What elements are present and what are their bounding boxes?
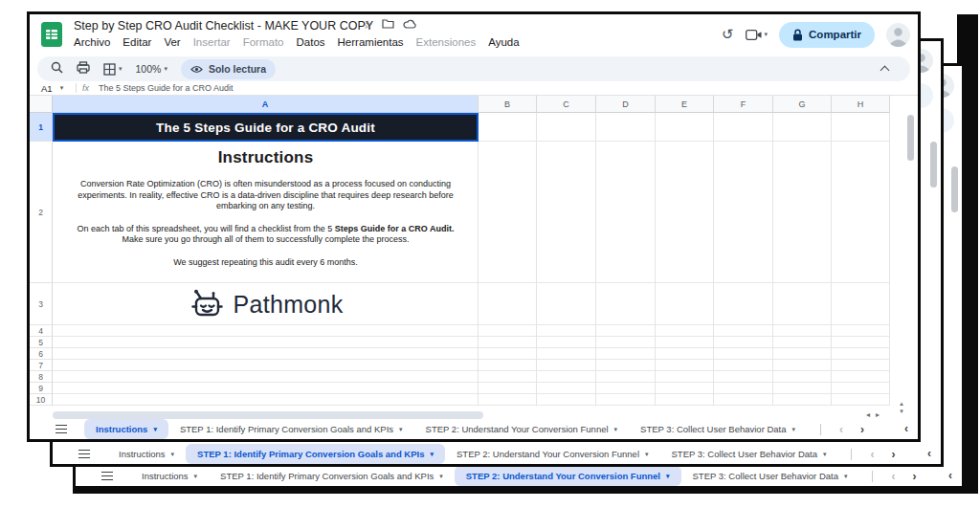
- column-header-c[interactable]: C: [537, 96, 596, 113]
- sheet-tab-step-3[interactable]: STEP 3: Collect User Behavior Data▾: [660, 444, 838, 464]
- row-header-7[interactable]: 7: [30, 360, 53, 371]
- chevron-down-icon: ▾: [666, 473, 670, 480]
- window-instructions: Step by Step CRO Audit Checklist - MAKE …: [27, 11, 921, 442]
- menu-editar[interactable]: Editar: [122, 36, 151, 48]
- menu-herramientas[interactable]: Herramientas: [338, 36, 404, 48]
- column-header-g[interactable]: G: [773, 96, 832, 113]
- tabstrip-divider: [872, 471, 873, 482]
- readonly-mode-chip[interactable]: Solo lectura: [181, 59, 276, 79]
- sheet-tab-step-2[interactable]: STEP 2: Understand Your Conversion Funne…: [414, 419, 630, 439]
- select-all-corner[interactable]: [30, 96, 53, 113]
- menu-ver[interactable]: Ver: [164, 36, 180, 48]
- collapse-toolbar-icon[interactable]: [881, 65, 889, 73]
- google-sheets-icon[interactable]: [40, 22, 63, 51]
- share-button-label: Compartir: [809, 29, 861, 40]
- row-header-2[interactable]: 2: [30, 142, 53, 283]
- all-sheets-menu-icon[interactable]: [56, 425, 67, 433]
- column-header-b[interactable]: B: [479, 96, 537, 113]
- tabs-prev-arrow[interactable]: ‹: [831, 423, 852, 436]
- row-header-1[interactable]: 1: [30, 113, 53, 142]
- horizontal-scrollbar[interactable]: [53, 411, 483, 419]
- version-history-icon[interactable]: ↺: [722, 26, 734, 43]
- paint-format-control[interactable]: ▾: [103, 63, 122, 76]
- sheet-tab-step-1[interactable]: STEP 1: Identify Primary Conversion Goal…: [209, 466, 455, 486]
- column-header-d[interactable]: D: [596, 96, 656, 113]
- vertical-scroll-arrows[interactable]: ▴▾: [889, 400, 914, 415]
- zoom-level: 100%: [136, 63, 162, 75]
- row-headers: 12345678910: [30, 113, 53, 406]
- sheet-tab-bar: Instructions▾STEP 1: Identify Primary Co…: [76, 466, 962, 486]
- cell-a3-logo[interactable]: Pathmonk: [53, 283, 479, 325]
- cell-a2-instructions[interactable]: Instructions Conversion Rate Optimizatio…: [53, 142, 479, 283]
- horizontal-scroll-arrows[interactable]: ◂▸: [866, 410, 885, 419]
- share-button[interactable]: Compartir: [779, 22, 875, 48]
- cell-a1-banner[interactable]: The 5 Steps Guide for a CRO Audit: [53, 113, 479, 142]
- chevron-down-icon: ▾: [439, 473, 443, 480]
- sheet-tab-step-1[interactable]: STEP 1: Identify Primary Conversion Goal…: [186, 444, 445, 464]
- row-header-6[interactable]: 6: [30, 348, 53, 360]
- meet-camera-control[interactable]: ▾: [746, 30, 768, 40]
- row-header-10[interactable]: 10: [30, 394, 53, 406]
- tabs-next-arrow[interactable]: ›: [903, 470, 924, 483]
- tabs-next-arrow[interactable]: ›: [852, 423, 873, 436]
- tabs-next-arrow[interactable]: ›: [882, 448, 903, 461]
- vertical-scrollbar[interactable]: [951, 166, 958, 212]
- chevron-down-icon: ▾: [194, 473, 198, 480]
- readonly-label: Solo lectura: [209, 63, 266, 75]
- side-panel-toggle[interactable]: ‹: [948, 469, 952, 482]
- cloud-status-icon[interactable]: [403, 18, 416, 32]
- chevron-down-icon: ▾: [844, 473, 848, 480]
- sheet-tab-step-2[interactable]: STEP 2: Understand Your Conversion Funne…: [445, 444, 660, 464]
- sheet-tab-step-3[interactable]: STEP 3: Collect User Behavior Data▾: [629, 419, 807, 439]
- sheet-tab-bar: Instructions▾STEP 1: Identify Primary Co…: [53, 444, 941, 464]
- menu-ayuda[interactable]: Ayuda: [488, 36, 519, 48]
- name-box[interactable]: A1 ▾: [30, 83, 74, 94]
- chevron-down-icon: ▾: [431, 451, 434, 458]
- move-folder-icon[interactable]: [382, 18, 394, 32]
- active-cell-reference: A1: [41, 83, 53, 94]
- column-header-f[interactable]: F: [714, 96, 773, 113]
- menu-datos[interactable]: Datos: [297, 36, 325, 48]
- chevron-down-icon: ▾: [645, 451, 649, 458]
- vertical-scrollbar[interactable]: [930, 142, 937, 188]
- print-icon[interactable]: [77, 60, 90, 77]
- avatar[interactable]: [886, 23, 910, 47]
- tabs-prev-arrow[interactable]: ‹: [861, 448, 882, 461]
- all-sheets-menu-icon[interactable]: [101, 472, 113, 480]
- search-icon[interactable]: [51, 60, 63, 77]
- sheet-tab-instructions[interactable]: Instructions▾: [130, 466, 209, 486]
- column-header-h[interactable]: H: [832, 96, 890, 113]
- row-header-8[interactable]: 8: [30, 371, 53, 383]
- chevron-down-icon: ▾: [614, 426, 618, 433]
- row-header-3[interactable]: 3: [30, 283, 53, 325]
- menu-archivo[interactable]: Archivo: [74, 36, 110, 48]
- sheet-tab-step-2[interactable]: STEP 2: Understand Your Conversion Funne…: [455, 466, 681, 486]
- row-header-5[interactable]: 5: [30, 337, 53, 348]
- tabs-prev-arrow[interactable]: ‹: [882, 470, 903, 483]
- document-title[interactable]: Step by Step CRO Audit Checklist - MAKE …: [74, 19, 373, 33]
- column-header-e[interactable]: E: [656, 96, 714, 113]
- sheet-tab-step-1[interactable]: STEP 1: Identify Primary Conversion Goal…: [168, 419, 414, 439]
- column-header-a[interactable]: A: [53, 96, 479, 113]
- all-sheets-menu-icon[interactable]: [78, 450, 90, 458]
- vertical-scrollbar[interactable]: [907, 115, 914, 161]
- row-header-4[interactable]: 4: [30, 325, 53, 337]
- chevron-down-icon: ▾: [153, 426, 157, 433]
- zoom-control[interactable]: 100% ▾: [136, 63, 167, 75]
- star-icon[interactable]: ☆: [363, 18, 373, 32]
- menu-bar: ArchivoEditarVerInsertarFormatoDatosHerr…: [74, 36, 520, 48]
- menu-formato: Formato: [243, 36, 284, 48]
- side-panel-toggle[interactable]: ‹: [927, 447, 931, 460]
- spreadsheet-grid[interactable]: The 5 Steps Guide for a CRO Audit Instru…: [53, 113, 890, 406]
- sheet-tab-instructions[interactable]: Instructions▾: [107, 444, 186, 464]
- instructions-paragraph-3: We suggest repeating this audit every 6 …: [53, 257, 479, 269]
- menu-extensiones: Extensiones: [416, 36, 477, 48]
- person-icon: [886, 23, 910, 47]
- chevron-down-icon: ▾: [164, 65, 167, 73]
- side-panel-toggle[interactable]: ‹: [904, 422, 908, 435]
- chevron-down-icon: ▾: [119, 65, 122, 73]
- sheet-tab-step-3[interactable]: STEP 3: Collect User Behavior Data▾: [681, 466, 859, 486]
- sheet-tab-instructions[interactable]: Instructions▾: [84, 419, 168, 439]
- row-header-9[interactable]: 9: [30, 383, 53, 394]
- formula-input[interactable]: The 5 Steps Guide for a CRO Audit: [99, 83, 234, 93]
